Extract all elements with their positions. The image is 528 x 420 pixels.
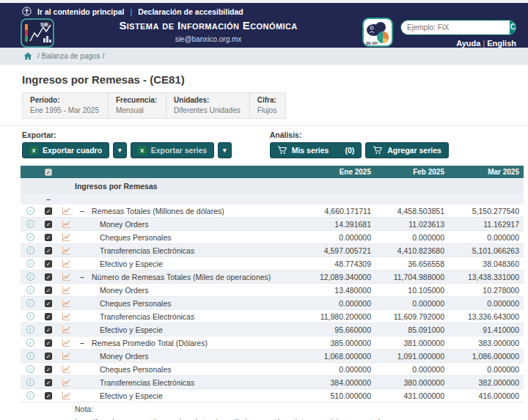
row-checkbox[interactable]: ✓ [45, 247, 52, 254]
series-value: 1,091.000000 [375, 352, 449, 361]
info-icon[interactable]: i [26, 299, 34, 307]
help-link[interactable]: Ayuda [456, 39, 480, 48]
row-checkbox[interactable]: ✓ [45, 273, 52, 281]
series-label: Efectivo y Especie [100, 259, 163, 268]
export-series-button[interactable]: X Exportar series [131, 142, 214, 158]
table-row: i ✓ Transferencias Electrónicas 4,597.00… [21, 244, 524, 257]
series-value: 48.774309 [302, 259, 375, 268]
info-icon[interactable]: i [26, 378, 34, 386]
export-buttons: X Exportar cuadro ▾ X Exportar series ▾ [22, 142, 232, 158]
search-button[interactable] [510, 21, 516, 34]
chart-icon[interactable] [62, 312, 70, 321]
row-checkbox[interactable]: ✓ [45, 313, 52, 320]
chart-icon[interactable] [62, 365, 70, 374]
chart-icon[interactable] [62, 299, 70, 308]
sie-logo[interactable]: SIE [21, 18, 54, 51]
table-row: i ✓ Cheques Personales 0.000000 0.000000… [21, 231, 524, 244]
series-label: Cheques Personales [100, 365, 171, 374]
cart-add-icon [373, 146, 383, 155]
collapse-toggle[interactable]: – [40, 195, 57, 204]
info-icon[interactable]: i [26, 391, 34, 399]
chart-icon[interactable] [62, 233, 70, 242]
site-title: Sistema de Información Económica [54, 19, 362, 32]
table-row: i ✓ Money Orders 14.391681 11.023613 11.… [21, 218, 524, 231]
info-icon[interactable]: i [26, 233, 34, 241]
info-icon[interactable]: i [26, 220, 34, 228]
accessibility-icon [22, 7, 32, 16]
series-value: 0.000000 [375, 365, 449, 374]
row-checkbox[interactable]: ✓ [45, 260, 52, 268]
row-checkbox[interactable]: ✓ [45, 392, 52, 399]
info-icon[interactable]: i [26, 365, 34, 373]
chart-icon[interactable] [62, 391, 70, 400]
select-all-checkbox[interactable]: ✓ [45, 169, 52, 176]
info-icon[interactable]: i [26, 286, 34, 294]
series-value: 1,086.000000 [449, 352, 524, 361]
chart-icon[interactable] [62, 207, 70, 215]
info-icon[interactable]: i [26, 259, 34, 268]
table-group-row: Ingresos por Remesas [21, 178, 524, 194]
row-checkbox[interactable]: ✓ [45, 366, 52, 373]
info-icon[interactable]: i [26, 273, 34, 281]
table-group-title: Ingresos por Remesas [75, 182, 524, 191]
chart-icon[interactable] [62, 378, 70, 387]
filter-value: Diferentes Unidades [174, 106, 241, 114]
series-value: 4,410.823680 [375, 246, 449, 255]
info-icon[interactable]: i [26, 339, 34, 347]
add-series-button[interactable]: Agregar series [365, 142, 449, 158]
series-value: 10.105000 [375, 286, 449, 295]
series-value: 416.000000 [449, 391, 524, 400]
add-series-label: Agregar series [387, 146, 441, 155]
info-icon[interactable]: i [26, 312, 34, 320]
row-checkbox[interactable]: ✓ [45, 221, 52, 228]
info-icon[interactable]: i [26, 207, 34, 215]
chart-icon[interactable] [62, 325, 70, 334]
collapse-toggle[interactable]: – [78, 339, 86, 347]
sie-api-logo[interactable]: SIE API [362, 18, 393, 50]
series-label: Efectivo y Especie [100, 391, 163, 400]
export-table-dropdown-button[interactable]: ▾ [113, 142, 127, 158]
filter-cell: Frecuencia: Mensual [109, 93, 166, 118]
contact-email[interactable]: sie@banxico.org.mx [54, 35, 362, 43]
info-icon[interactable]: i [26, 325, 34, 334]
my-series-button[interactable]: Mis series (0) [270, 142, 362, 158]
search-input[interactable] [401, 21, 510, 34]
chart-icon[interactable] [62, 339, 70, 347]
row-checkbox[interactable]: ✓ [45, 326, 52, 334]
series-value: 95.660000 [302, 325, 375, 334]
chart-icon[interactable] [62, 246, 70, 255]
analysis-group: Análisis: Mis series (0) [270, 130, 449, 158]
sie-api-icon: SIE API [362, 18, 393, 47]
series-label: Transferencias Electrónicas [100, 312, 194, 321]
row-checkbox[interactable]: ✓ [45, 300, 52, 307]
row-checkbox[interactable]: ✓ [45, 234, 52, 241]
info-icon[interactable]: i [26, 352, 34, 360]
filter-label: Cifra: [257, 96, 277, 104]
info-icon[interactable]: i [26, 246, 34, 254]
column-header: Mar 2025 [449, 168, 524, 176]
export-table-button[interactable]: X Exportar cuadro [22, 142, 109, 158]
series-value: 385.000000 [302, 339, 375, 347]
chart-icon[interactable] [62, 352, 70, 361]
row-checkbox[interactable]: ✓ [45, 207, 52, 215]
header-right: SIE API Ayuda|English [362, 18, 516, 50]
skip-to-content-link[interactable]: Ir al contenido principal [37, 7, 124, 16]
chart-icon[interactable] [62, 220, 70, 229]
chart-icon[interactable] [62, 259, 70, 268]
series-label: Money Orders [100, 286, 149, 295]
analysis-buttons: Mis series (0) Agregar series [270, 142, 449, 158]
row-checkbox[interactable]: ✓ [45, 339, 52, 347]
breadcrumb-path[interactable]: / Balanza de pagos / [37, 52, 104, 60]
language-link[interactable]: English [487, 39, 516, 48]
home-icon[interactable] [23, 52, 32, 60]
chart-icon[interactable] [62, 273, 70, 281]
accessibility-declaration-link[interactable]: Declaración de accesibilidad [138, 7, 243, 16]
row-checkbox[interactable]: ✓ [45, 287, 52, 294]
row-checkbox[interactable]: ✓ [45, 379, 52, 386]
chart-icon[interactable] [62, 286, 70, 295]
export-series-dropdown-button[interactable]: ▾ [218, 142, 232, 158]
collapse-toggle[interactable]: – [78, 207, 86, 215]
collapse-toggle[interactable]: – [78, 273, 86, 281]
row-checkbox[interactable]: ✓ [45, 353, 52, 360]
series-value: 11.023613 [375, 220, 449, 229]
